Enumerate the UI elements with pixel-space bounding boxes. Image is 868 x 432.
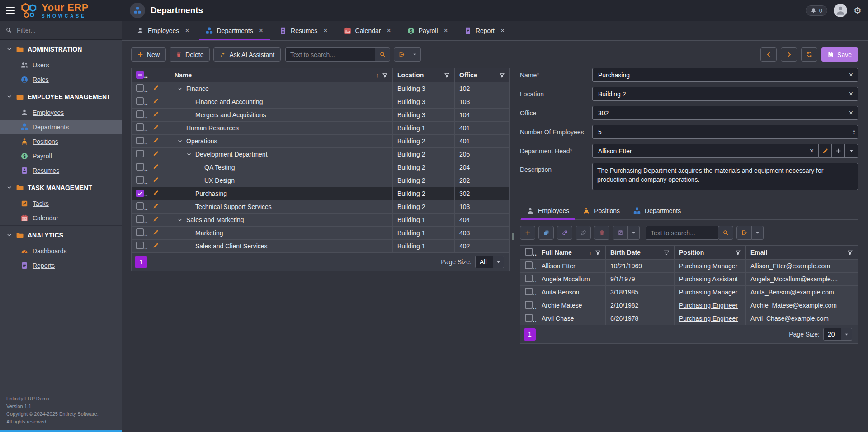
expand-collapse-icon[interactable] [177, 86, 186, 91]
row-edit-cell[interactable] [148, 109, 170, 122]
pencil-icon[interactable] [153, 151, 159, 157]
settings-gear-icon[interactable]: ⚙ [854, 5, 862, 16]
position-link[interactable]: Purchasing Manager [679, 262, 737, 270]
position-link[interactable]: Purchasing Assistant [679, 275, 738, 283]
row-edit-cell[interactable] [148, 174, 170, 187]
previous-record-button[interactable] [760, 47, 777, 62]
row-edit-cell[interactable] [148, 82, 170, 95]
column-header-office[interactable]: Office [455, 68, 510, 82]
funnel-icon[interactable] [847, 250, 853, 256]
pencil-icon[interactable] [153, 164, 159, 170]
head-dropdown-caret[interactable] [845, 144, 858, 158]
user-avatar[interactable] [834, 4, 847, 17]
pencil-icon[interactable] [153, 138, 159, 143]
name-field[interactable] [597, 71, 845, 79]
location-field[interactable] [597, 90, 845, 98]
tab-calendar[interactable]: Calendar× [336, 21, 399, 40]
row-edit-cell[interactable] [148, 200, 170, 214]
column-header-full-name[interactable]: Full Name↑ [537, 246, 606, 260]
tab-close-icon[interactable]: × [444, 27, 448, 35]
export-button[interactable] [736, 226, 752, 240]
row-select-cell[interactable] [520, 299, 537, 312]
employees-search-input[interactable] [646, 226, 718, 240]
row-edit-cell[interactable] [148, 214, 170, 227]
funnel-icon[interactable] [382, 72, 388, 78]
search-submit-button[interactable] [375, 47, 390, 62]
position-link[interactable]: Purchasing Engineer [679, 315, 738, 322]
table-row-sales-and-client-services[interactable]: Sales and Client ServicesBuilding 1402 [132, 240, 510, 253]
tab-employees[interactable]: Employees× [128, 21, 198, 40]
page-size-select[interactable]: 20 [823, 328, 852, 341]
delete-button[interactable]: Delete [170, 47, 210, 62]
checkbox[interactable] [136, 84, 144, 92]
table-row-technical-support-services[interactable]: Technical Support ServicesBuilding 2103 [132, 200, 510, 214]
expand-collapse-icon[interactable] [177, 217, 186, 223]
row-edit-cell[interactable] [148, 95, 170, 109]
checkbox[interactable] [525, 301, 533, 309]
row-select-cell[interactable] [132, 109, 148, 122]
row-select-cell[interactable] [132, 214, 148, 227]
row-select-cell[interactable] [132, 161, 148, 174]
table-row-sales-and-marketing[interactable]: Sales and MarketingBuilding 1404 [132, 214, 510, 227]
sidebar-item-payroll[interactable]: $Payroll [0, 149, 122, 163]
tab-close-icon[interactable]: × [500, 27, 505, 35]
table-row-human-resources[interactable]: Human ResourcesBuilding 1401 [132, 122, 510, 135]
row-select-cell[interactable] [132, 187, 148, 200]
sidebar-item-positions[interactable]: Positions [0, 134, 122, 149]
save-button[interactable]: Save [821, 47, 858, 62]
table-row-operations[interactable]: OperationsBuilding 2401 [132, 135, 510, 148]
pencil-icon[interactable] [153, 229, 159, 235]
export-options-caret[interactable] [409, 47, 421, 62]
pencil-icon[interactable] [153, 85, 159, 91]
detail-tab-departments[interactable]: Departments [627, 203, 688, 219]
next-record-button[interactable] [781, 47, 797, 62]
hamburger-menu-icon[interactable] [0, 5, 21, 15]
checkbox[interactable] [136, 215, 144, 223]
number-spinner[interactable]: ▲▼ [852, 129, 856, 135]
sort-ascending-icon[interactable]: ↑ [376, 72, 379, 79]
table-row-development-department[interactable]: Development DepartmentBuilding 2205 [132, 148, 510, 161]
sidebar-item-employees[interactable]: Employees [0, 105, 122, 120]
checkbox[interactable] [136, 163, 144, 171]
checkbox[interactable] [136, 228, 144, 236]
sidebar-item-roles[interactable]: Roles [0, 72, 122, 87]
office-field[interactable] [597, 109, 845, 117]
employee-count-field[interactable] [597, 128, 849, 136]
link-button[interactable] [557, 226, 572, 240]
description-field[interactable]: The Purchasing Department acquires the m… [592, 163, 858, 190]
ask-ai-assistant-button[interactable]: Ask AI Assistant [213, 47, 281, 62]
checkbox[interactable] [136, 242, 144, 249]
pencil-icon[interactable] [153, 203, 159, 209]
row-select-cell[interactable] [132, 227, 148, 240]
checkbox[interactable] [525, 261, 533, 269]
clear-icon[interactable]: × [810, 147, 814, 155]
tab-close-icon[interactable]: × [387, 27, 391, 35]
sidebar-group-header-administration[interactable]: ADMINISTRATION [0, 40, 122, 58]
tab-departments[interactable]: Departments× [198, 21, 272, 40]
funnel-icon[interactable] [664, 250, 670, 256]
checkbox[interactable] [525, 248, 533, 256]
page-number-button[interactable]: 1 [524, 328, 536, 341]
employee-row-arvil-chase[interactable]: Arvil Chase6/26/1978Purchasing EngineerA… [520, 312, 858, 325]
select-all-column[interactable] [520, 246, 537, 260]
pencil-icon[interactable] [153, 111, 159, 117]
search-submit-button[interactable] [718, 226, 733, 240]
checkbox[interactable] [525, 275, 533, 282]
clear-icon[interactable]: × [849, 109, 853, 117]
position-link[interactable]: Purchasing Engineer [679, 302, 738, 309]
pencil-icon[interactable] [153, 190, 159, 196]
checkbox[interactable] [136, 123, 144, 131]
table-row-ux-design[interactable]: UX DesignBuilding 2202 [132, 174, 510, 187]
row-edit-cell[interactable] [148, 148, 170, 161]
sidebar-group-header-task-management[interactable]: TASK MANAGEMENT [0, 178, 122, 196]
employee-row-anita-benson[interactable]: Anita Benson3/18/1985Purchasing ManagerA… [520, 286, 858, 299]
unlink-button[interactable] [576, 226, 591, 240]
tab-close-icon[interactable]: × [259, 27, 263, 35]
checkbox[interactable] [136, 137, 144, 144]
pencil-icon[interactable] [153, 242, 159, 248]
sidebar-item-reports[interactable]: Reports [0, 258, 122, 273]
row-edit-cell[interactable] [148, 122, 170, 135]
checkbox[interactable] [136, 176, 144, 184]
refresh-button[interactable] [801, 47, 817, 62]
expand-collapse-icon[interactable] [177, 138, 186, 144]
